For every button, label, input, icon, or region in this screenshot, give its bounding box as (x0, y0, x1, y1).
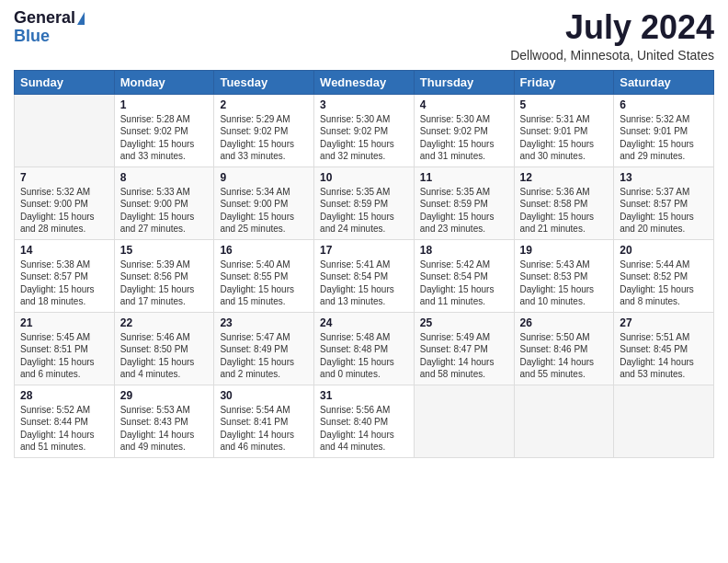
calendar-cell: 8Sunrise: 5:33 AMSunset: 9:00 PMDaylight… (114, 167, 214, 239)
cell-info: Sunrise: 5:36 AMSunset: 8:58 PMDaylight:… (520, 186, 609, 236)
calendar-cell: 2Sunrise: 5:29 AMSunset: 9:02 PMDaylight… (214, 94, 314, 167)
calendar-cell (614, 385, 714, 457)
cell-info: Sunrise: 5:50 AMSunset: 8:46 PMDaylight:… (520, 331, 609, 381)
cell-info: Sunrise: 5:35 AMSunset: 8:59 PMDaylight:… (320, 186, 408, 236)
logo-blue-text: Blue (14, 28, 85, 46)
cell-info: Sunrise: 5:42 AMSunset: 8:54 PMDaylight:… (420, 259, 508, 308)
calendar-cell: 14Sunrise: 5:38 AMSunset: 8:57 PMDayligh… (15, 239, 115, 312)
cell-info: Sunrise: 5:52 AMSunset: 8:44 PMDaylight:… (20, 404, 108, 454)
cell-info: Sunrise: 5:38 AMSunset: 8:57 PMDaylight:… (20, 259, 108, 308)
day-number: 25 (420, 316, 508, 329)
calendar-week-row: 14Sunrise: 5:38 AMSunset: 8:57 PMDayligh… (15, 239, 714, 312)
cell-info: Sunrise: 5:30 AMSunset: 9:02 PMDaylight:… (320, 113, 408, 163)
page-header: General Blue July 2024 Dellwood, Minneso… (14, 9, 714, 63)
day-number: 19 (520, 244, 609, 257)
calendar-week-row: 28Sunrise: 5:52 AMSunset: 8:44 PMDayligh… (15, 385, 714, 457)
cell-info: Sunrise: 5:41 AMSunset: 8:54 PMDaylight:… (320, 259, 408, 308)
day-number: 29 (120, 389, 209, 402)
cell-info: Sunrise: 5:47 AMSunset: 8:49 PMDaylight:… (220, 331, 308, 381)
cell-info: Sunrise: 5:48 AMSunset: 8:48 PMDaylight:… (320, 331, 408, 381)
calendar-cell: 16Sunrise: 5:40 AMSunset: 8:55 PMDayligh… (214, 239, 314, 312)
cell-info: Sunrise: 5:44 AMSunset: 8:52 PMDaylight:… (620, 259, 708, 308)
cell-info: Sunrise: 5:32 AMSunset: 9:01 PMDaylight:… (620, 113, 708, 163)
calendar-cell: 4Sunrise: 5:30 AMSunset: 9:02 PMDaylight… (414, 94, 514, 167)
day-number: 9 (220, 171, 308, 184)
location-text: Dellwood, Minnesota, United States (510, 48, 714, 63)
calendar-cell: 17Sunrise: 5:41 AMSunset: 8:54 PMDayligh… (314, 239, 415, 312)
day-number: 21 (20, 316, 108, 329)
logo-triangle-icon (77, 12, 85, 25)
calendar-cell: 21Sunrise: 5:45 AMSunset: 8:51 PMDayligh… (15, 312, 115, 385)
day-number: 2 (220, 98, 308, 111)
calendar-cell: 29Sunrise: 5:53 AMSunset: 8:43 PMDayligh… (114, 385, 214, 457)
calendar-cell: 20Sunrise: 5:44 AMSunset: 8:52 PMDayligh… (614, 239, 714, 312)
logo-general-text: General (14, 9, 75, 28)
cell-info: Sunrise: 5:53 AMSunset: 8:43 PMDaylight:… (120, 404, 209, 454)
weekday-header-tuesday: Tuesday (214, 70, 314, 94)
calendar-cell: 10Sunrise: 5:35 AMSunset: 8:59 PMDayligh… (314, 167, 415, 239)
cell-info: Sunrise: 5:43 AMSunset: 8:53 PMDaylight:… (520, 259, 609, 308)
calendar-cell: 15Sunrise: 5:39 AMSunset: 8:56 PMDayligh… (114, 239, 214, 312)
cell-info: Sunrise: 5:56 AMSunset: 8:40 PMDaylight:… (320, 404, 408, 454)
day-number: 24 (320, 316, 408, 329)
logo: General Blue (14, 9, 85, 46)
cell-info: Sunrise: 5:37 AMSunset: 8:57 PMDaylight:… (620, 186, 708, 236)
calendar-week-row: 1Sunrise: 5:28 AMSunset: 9:02 PMDaylight… (15, 94, 714, 167)
cell-info: Sunrise: 5:33 AMSunset: 9:00 PMDaylight:… (120, 186, 209, 236)
calendar-cell (15, 94, 115, 167)
weekday-header-saturday: Saturday (614, 70, 714, 94)
day-number: 27 (620, 316, 708, 329)
calendar-cell: 18Sunrise: 5:42 AMSunset: 8:54 PMDayligh… (414, 239, 514, 312)
calendar-week-row: 7Sunrise: 5:32 AMSunset: 9:00 PMDaylight… (15, 167, 714, 239)
cell-info: Sunrise: 5:45 AMSunset: 8:51 PMDaylight:… (20, 331, 108, 381)
cell-info: Sunrise: 5:51 AMSunset: 8:45 PMDaylight:… (620, 331, 708, 381)
cell-info: Sunrise: 5:46 AMSunset: 8:50 PMDaylight:… (120, 331, 209, 381)
cell-info: Sunrise: 5:49 AMSunset: 8:47 PMDaylight:… (420, 331, 508, 381)
calendar-cell: 26Sunrise: 5:50 AMSunset: 8:46 PMDayligh… (514, 312, 614, 385)
cell-info: Sunrise: 5:40 AMSunset: 8:55 PMDaylight:… (220, 259, 308, 308)
day-number: 3 (320, 98, 408, 111)
weekday-header-thursday: Thursday (414, 70, 514, 94)
cell-info: Sunrise: 5:31 AMSunset: 9:01 PMDaylight:… (520, 113, 609, 163)
calendar-cell (414, 385, 514, 457)
calendar-header-row: SundayMondayTuesdayWednesdayThursdayFrid… (15, 70, 714, 94)
calendar-cell: 9Sunrise: 5:34 AMSunset: 9:00 PMDaylight… (214, 167, 314, 239)
calendar-cell: 22Sunrise: 5:46 AMSunset: 8:50 PMDayligh… (114, 312, 214, 385)
title-block: July 2024 Dellwood, Minnesota, United St… (510, 9, 714, 63)
day-number: 4 (420, 98, 508, 111)
day-number: 30 (220, 389, 308, 402)
day-number: 11 (420, 171, 508, 184)
calendar-cell: 31Sunrise: 5:56 AMSunset: 8:40 PMDayligh… (314, 385, 415, 457)
weekday-header-monday: Monday (114, 70, 214, 94)
day-number: 7 (20, 171, 108, 184)
day-number: 1 (120, 98, 209, 111)
day-number: 14 (20, 244, 108, 257)
weekday-header-friday: Friday (514, 70, 614, 94)
cell-info: Sunrise: 5:30 AMSunset: 9:02 PMDaylight:… (420, 113, 508, 163)
day-number: 18 (420, 244, 508, 257)
calendar-cell: 30Sunrise: 5:54 AMSunset: 8:41 PMDayligh… (214, 385, 314, 457)
day-number: 17 (320, 244, 408, 257)
calendar-cell: 13Sunrise: 5:37 AMSunset: 8:57 PMDayligh… (614, 167, 714, 239)
calendar-week-row: 21Sunrise: 5:45 AMSunset: 8:51 PMDayligh… (15, 312, 714, 385)
day-number: 16 (220, 244, 308, 257)
calendar-cell: 3Sunrise: 5:30 AMSunset: 9:02 PMDaylight… (314, 94, 415, 167)
day-number: 22 (120, 316, 209, 329)
cell-info: Sunrise: 5:35 AMSunset: 8:59 PMDaylight:… (420, 186, 508, 236)
month-title: July 2024 (510, 9, 714, 46)
calendar-cell: 11Sunrise: 5:35 AMSunset: 8:59 PMDayligh… (414, 167, 514, 239)
calendar-cell: 12Sunrise: 5:36 AMSunset: 8:58 PMDayligh… (514, 167, 614, 239)
cell-info: Sunrise: 5:28 AMSunset: 9:02 PMDaylight:… (120, 113, 209, 163)
calendar-cell: 19Sunrise: 5:43 AMSunset: 8:53 PMDayligh… (514, 239, 614, 312)
calendar-cell: 5Sunrise: 5:31 AMSunset: 9:01 PMDaylight… (514, 94, 614, 167)
day-number: 5 (520, 98, 609, 111)
calendar-cell: 24Sunrise: 5:48 AMSunset: 8:48 PMDayligh… (314, 312, 415, 385)
cell-info: Sunrise: 5:39 AMSunset: 8:56 PMDaylight:… (120, 259, 209, 308)
calendar-cell: 23Sunrise: 5:47 AMSunset: 8:49 PMDayligh… (214, 312, 314, 385)
calendar-cell: 25Sunrise: 5:49 AMSunset: 8:47 PMDayligh… (414, 312, 514, 385)
day-number: 26 (520, 316, 609, 329)
day-number: 6 (620, 98, 708, 111)
cell-info: Sunrise: 5:34 AMSunset: 9:00 PMDaylight:… (220, 186, 308, 236)
day-number: 12 (520, 171, 609, 184)
calendar-table: SundayMondayTuesdayWednesdayThursdayFrid… (14, 70, 714, 458)
